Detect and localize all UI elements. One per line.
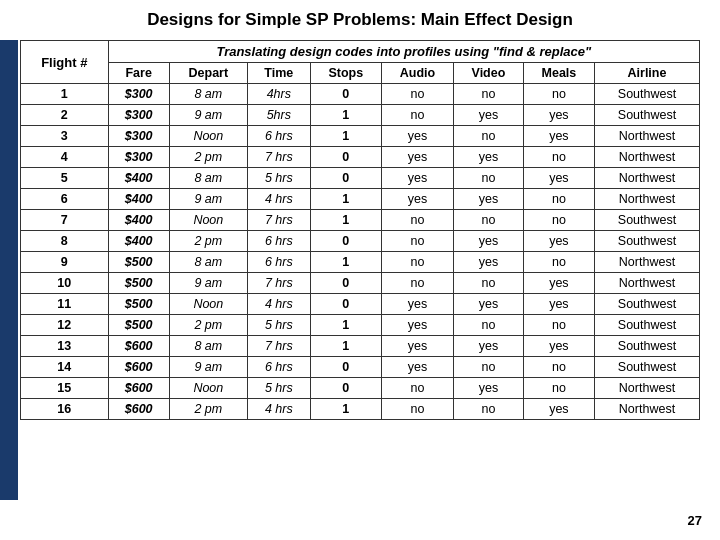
flight-number-cell: 14: [21, 357, 109, 378]
data-cell: yes: [454, 294, 524, 315]
flight-number-cell: 9: [21, 252, 109, 273]
data-cell: yes: [381, 126, 453, 147]
data-cell: $500: [108, 252, 169, 273]
table-row: 14$6009 am6 hrs0yesnonoSouthwest: [21, 357, 700, 378]
data-cell: no: [523, 378, 594, 399]
data-cell: no: [381, 105, 453, 126]
flight-header: Flight #: [21, 41, 109, 84]
data-cell: no: [381, 231, 453, 252]
table-row: 1$3008 am4hrs0nononoSouthwest: [21, 84, 700, 105]
table-row: 3$300Noon6 hrs1yesnoyesNorthwest: [21, 126, 700, 147]
data-cell: 0: [310, 84, 381, 105]
table-row: 4$3002 pm7 hrs0yesyesnoNorthwest: [21, 147, 700, 168]
data-cell: 9 am: [169, 105, 247, 126]
data-cell: no: [381, 273, 453, 294]
data-cell: 1: [310, 399, 381, 420]
flight-number-cell: 15: [21, 378, 109, 399]
data-cell: Southwest: [594, 315, 699, 336]
data-cell: 1: [310, 336, 381, 357]
data-cell: no: [381, 84, 453, 105]
data-cell: 0: [310, 168, 381, 189]
flight-number-cell: 7: [21, 210, 109, 231]
flight-number-cell: 1: [21, 84, 109, 105]
data-cell: yes: [454, 105, 524, 126]
flight-number-cell: 3: [21, 126, 109, 147]
data-cell: 2 pm: [169, 315, 247, 336]
flight-number-cell: 5: [21, 168, 109, 189]
flight-number-cell: 16: [21, 399, 109, 420]
table-row: 2$3009 am5hrs1noyesyesSouthwest: [21, 105, 700, 126]
data-cell: yes: [381, 315, 453, 336]
data-cell: 4 hrs: [247, 294, 310, 315]
data-cell: no: [523, 189, 594, 210]
data-cell: 0: [310, 294, 381, 315]
data-cell: Noon: [169, 378, 247, 399]
data-cell: Northwest: [594, 378, 699, 399]
data-cell: no: [523, 210, 594, 231]
data-cell: yes: [454, 378, 524, 399]
table-row: 12$5002 pm5 hrs1yesnonoSouthwest: [21, 315, 700, 336]
data-cell: Southwest: [594, 294, 699, 315]
table-row: 10$5009 am7 hrs0nonoyesNorthwest: [21, 273, 700, 294]
table-row: 5$4008 am5 hrs0yesnoyesNorthwest: [21, 168, 700, 189]
data-cell: Northwest: [594, 399, 699, 420]
data-cell: no: [454, 399, 524, 420]
flight-number-cell: 12: [21, 315, 109, 336]
data-cell: 9 am: [169, 273, 247, 294]
table-row: 16$6002 pm4 hrs1nonoyesNorthwest: [21, 399, 700, 420]
data-cell: 5hrs: [247, 105, 310, 126]
data-cell: $300: [108, 84, 169, 105]
data-cell: yes: [523, 231, 594, 252]
data-cell: yes: [454, 231, 524, 252]
data-cell: no: [454, 357, 524, 378]
data-cell: 5 hrs: [247, 378, 310, 399]
data-cell: Southwest: [594, 84, 699, 105]
data-cell: 4hrs: [247, 84, 310, 105]
col-header-airline: Airline: [594, 63, 699, 84]
data-cell: $300: [108, 126, 169, 147]
data-cell: $600: [108, 399, 169, 420]
table-row: 8$4002 pm6 hrs0noyesyesSouthwest: [21, 231, 700, 252]
data-cell: $400: [108, 168, 169, 189]
flight-number-cell: 13: [21, 336, 109, 357]
data-cell: 8 am: [169, 84, 247, 105]
data-cell: $500: [108, 294, 169, 315]
col-header-meals: Meals: [523, 63, 594, 84]
data-cell: 0: [310, 147, 381, 168]
data-cell: $300: [108, 105, 169, 126]
col-headers-row: FareDepartTimeStopsAudioVideoMealsAirlin…: [21, 63, 700, 84]
data-cell: 2 pm: [169, 231, 247, 252]
table-row: 15$600Noon5 hrs0noyesnoNorthwest: [21, 378, 700, 399]
flight-number-cell: 2: [21, 105, 109, 126]
col-header-time: Time: [247, 63, 310, 84]
data-cell: 1: [310, 126, 381, 147]
data-cell: yes: [523, 336, 594, 357]
page-title: Designs for Simple SP Problems: Main Eff…: [147, 10, 573, 30]
flight-number-cell: 10: [21, 273, 109, 294]
data-cell: no: [381, 252, 453, 273]
data-cell: 1: [310, 252, 381, 273]
data-cell: 7 hrs: [247, 273, 310, 294]
table-wrapper: Flight # Translating design codes into p…: [20, 40, 700, 420]
data-cell: 5 hrs: [247, 315, 310, 336]
data-cell: Noon: [169, 210, 247, 231]
page-number: 27: [688, 513, 702, 528]
data-cell: $600: [108, 357, 169, 378]
data-cell: 8 am: [169, 336, 247, 357]
data-cell: Noon: [169, 294, 247, 315]
data-cell: 6 hrs: [247, 252, 310, 273]
data-cell: yes: [523, 168, 594, 189]
data-cell: 2 pm: [169, 147, 247, 168]
data-cell: Northwest: [594, 252, 699, 273]
data-cell: $400: [108, 231, 169, 252]
data-cell: 7 hrs: [247, 210, 310, 231]
data-cell: Northwest: [594, 126, 699, 147]
data-cell: yes: [454, 189, 524, 210]
data-cell: yes: [454, 336, 524, 357]
data-cell: $600: [108, 378, 169, 399]
data-cell: yes: [454, 147, 524, 168]
translating-header: Translating design codes into profiles u…: [108, 41, 699, 63]
data-cell: yes: [381, 294, 453, 315]
data-cell: Southwest: [594, 210, 699, 231]
data-cell: no: [381, 378, 453, 399]
